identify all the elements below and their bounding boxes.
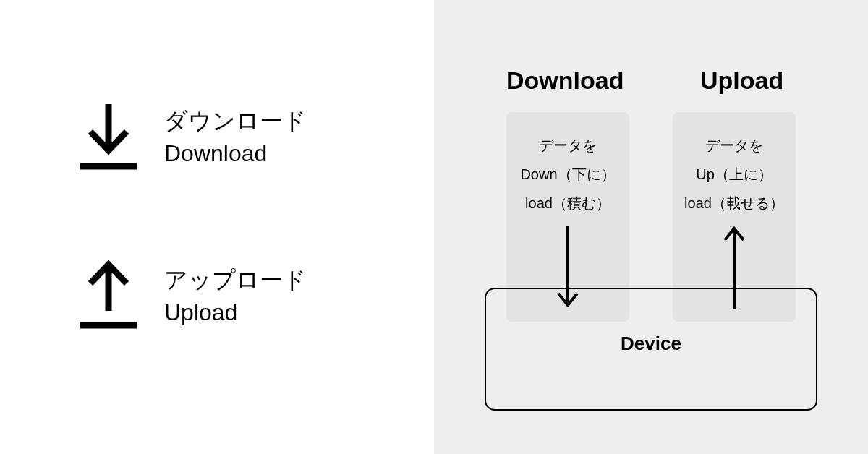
upload-label-en: Upload [164,296,307,329]
device-box: Device [485,288,817,411]
download-title: Download [506,67,624,95]
upload-line-1: データを [673,131,796,160]
download-labels: ダウンロード Download [164,105,307,170]
upload-labels: アップロード Upload [164,264,307,329]
download-line-2: Down（下に） [506,160,629,189]
upload-entry: アップロード Upload [69,257,307,336]
download-line-1: データを [506,131,629,160]
download-line-3: load（積む） [506,189,629,218]
upload-line-2: Up（上に） [673,160,796,189]
left-panel: ダウンロード Download アップロード Upload [0,0,434,454]
upload-title: Upload [700,67,783,95]
upload-icon [69,257,148,336]
right-panel: Download Upload データを Down（下に） load（積む） デ… [434,0,868,454]
device-label: Device [621,333,681,355]
upload-line-3: load（載せる） [673,189,796,218]
diagram-root: ダウンロード Download アップロード Upload Download U… [0,0,868,454]
download-entry: ダウンロード Download [69,98,307,177]
download-icon [69,98,148,177]
download-label-en: Download [164,137,307,170]
upload-label-jp: アップロード [164,264,307,296]
download-label-jp: ダウンロード [164,105,307,137]
